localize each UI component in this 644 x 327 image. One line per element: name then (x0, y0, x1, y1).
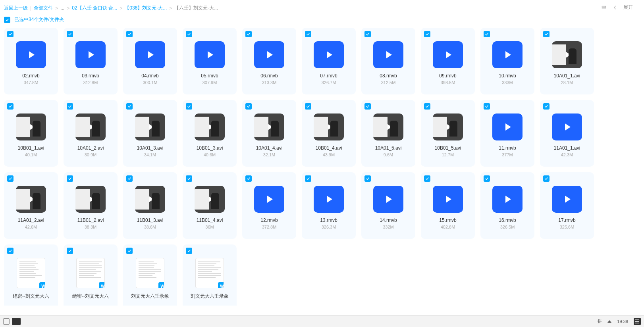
file-card[interactable]: 10A01_5.avi9.6M (361, 100, 415, 167)
file-card[interactable]: 11B01_4.avi36M (183, 172, 237, 239)
file-checkbox[interactable] (7, 248, 13, 254)
file-checkbox[interactable] (543, 31, 550, 37)
crumb-root[interactable]: 全部文件 (34, 5, 53, 12)
file-size: 347.8M (24, 80, 39, 85)
file-thumbnail: W (136, 258, 164, 288)
file-card[interactable]: 12.rmvb372.8M (242, 172, 296, 239)
file-thumbnail (75, 41, 106, 68)
file-card[interactable]: 13.rmvb326.3M (302, 172, 356, 239)
view-mode-icon[interactable] (601, 5, 607, 10)
tray-chevron-up-icon[interactable] (607, 320, 611, 323)
play-icon (327, 51, 332, 58)
file-card[interactable]: 17.rmvb325.6M (540, 172, 594, 239)
file-checkbox[interactable] (126, 248, 133, 254)
file-card[interactable]: 11A01_1.avi42.3M (540, 100, 594, 167)
file-checkbox[interactable] (126, 175, 133, 182)
file-card[interactable]: 11.rmvb377M (480, 100, 534, 167)
file-checkbox[interactable] (67, 31, 73, 37)
file-card[interactable]: 15.rmvb402.8M (421, 172, 475, 239)
expand-label[interactable]: 展开 (623, 4, 633, 11)
file-card[interactable]: 02.rmvb347.8M (4, 28, 58, 94)
file-card[interactable]: 10A01_1.avi28.1M (540, 28, 594, 94)
file-checkbox[interactable] (424, 31, 430, 37)
file-checkbox[interactable] (543, 103, 550, 110)
file-checkbox[interactable] (305, 31, 311, 37)
file-checkbox[interactable] (245, 31, 252, 37)
crumb-p2[interactable]: 【036】刘文元-大... (125, 5, 167, 12)
file-thumbnail (314, 186, 344, 213)
play-icon (208, 196, 213, 203)
file-checkbox[interactable] (484, 175, 490, 182)
file-checkbox[interactable] (245, 175, 252, 182)
file-checkbox[interactable] (186, 31, 192, 37)
file-name: 绝密--刘文元大六 (13, 293, 49, 300)
taskbar-clock[interactable]: 19:38 (617, 319, 628, 324)
select-all-checkbox[interactable] (4, 17, 10, 23)
file-checkbox[interactable] (67, 103, 73, 110)
file-checkbox[interactable] (7, 103, 13, 110)
file-size: 333M (502, 80, 513, 85)
file-checkbox[interactable] (305, 175, 311, 182)
file-checkbox[interactable] (7, 175, 13, 182)
play-icon (267, 51, 273, 58)
file-card[interactable]: 11B01_3.avi38.6M (123, 172, 177, 239)
chevron-left-icon[interactable] (612, 5, 618, 10)
file-card[interactable]: 11B01_2.avi38.3M (64, 172, 118, 239)
crumb-dots[interactable]: ... (60, 6, 64, 11)
file-card[interactable]: 07.rmvb326.7M (302, 28, 356, 94)
file-card[interactable]: 08.rmvb312.5M (361, 28, 415, 94)
file-card[interactable]: 11A01_2.avi42.6M (4, 172, 58, 239)
file-card[interactable]: W绝密--刘文元大六 (64, 244, 118, 306)
file-checkbox[interactable] (245, 103, 252, 110)
file-checkbox[interactable] (67, 175, 73, 182)
file-card[interactable]: 10A01_2.avi30.9M (64, 100, 118, 167)
file-checkbox[interactable] (424, 175, 430, 182)
file-card[interactable]: 10B01_3.avi40.6M (183, 100, 237, 167)
file-card[interactable]: 04.rmvb300.1M (123, 28, 177, 94)
notification-icon[interactable] (634, 318, 641, 325)
file-card[interactable]: 05.rmvb307.9M (183, 28, 237, 94)
file-checkbox[interactable] (186, 103, 192, 110)
file-checkbox[interactable] (7, 31, 13, 37)
file-card[interactable]: 14.rmvb332M (361, 172, 415, 239)
file-card[interactable]: W刘文元大六壬录象 (183, 244, 237, 306)
file-checkbox[interactable] (186, 175, 192, 182)
taskbar-app-icon[interactable] (12, 318, 21, 325)
word-badge-icon: W (218, 282, 224, 288)
file-card[interactable]: 06.rmvb313.3M (242, 28, 296, 94)
file-checkbox[interactable] (364, 31, 371, 37)
file-checkbox[interactable] (305, 103, 311, 110)
file-checkbox[interactable] (424, 103, 430, 110)
file-card[interactable]: 10B01_4.avi43.9M (302, 100, 356, 167)
file-checkbox[interactable] (186, 248, 192, 254)
file-checkbox[interactable] (484, 103, 490, 110)
back-link[interactable]: 返回上一级 (4, 5, 28, 12)
play-icon (446, 51, 451, 58)
file-size: 300.1M (143, 80, 158, 85)
file-size: 43.9M (323, 152, 335, 157)
file-card[interactable]: 10B01_5.avi12.7M (421, 100, 475, 167)
file-card[interactable]: 10A01_3.avi34.1M (123, 100, 177, 167)
file-card[interactable]: 03.rmvb312.8M (64, 28, 118, 94)
file-size: 402.8M (441, 225, 455, 229)
file-card[interactable]: 10A01_4.avi32.1M (242, 100, 296, 167)
file-checkbox[interactable] (543, 175, 550, 182)
file-thumbnail (492, 41, 523, 68)
crumb-p1[interactable]: 02【六壬 金口诀 合... (72, 5, 117, 12)
file-checkbox[interactable] (126, 103, 133, 110)
play-icon (208, 123, 213, 131)
file-card[interactable]: 10B01_1.avi40.1M (4, 100, 58, 167)
file-card[interactable]: 10.rmvb333M (480, 28, 534, 94)
file-checkbox[interactable] (126, 31, 133, 37)
file-checkbox[interactable] (364, 175, 371, 182)
file-card[interactable]: W刘文元大六壬录象 (123, 244, 177, 306)
file-card[interactable]: 09.rmvb398.5M (421, 28, 475, 94)
file-card[interactable]: W绝密--刘文元大六 (4, 244, 58, 306)
file-checkbox[interactable] (484, 31, 490, 37)
file-name: 刘文元大六壬录象 (191, 293, 229, 300)
file-checkbox[interactable] (364, 103, 371, 110)
file-checkbox[interactable] (67, 248, 73, 254)
ime-indicator[interactable]: 拼 (598, 318, 602, 324)
start-button[interactable] (3, 318, 10, 325)
file-card[interactable]: 16.rmvb326.5M (480, 172, 534, 239)
